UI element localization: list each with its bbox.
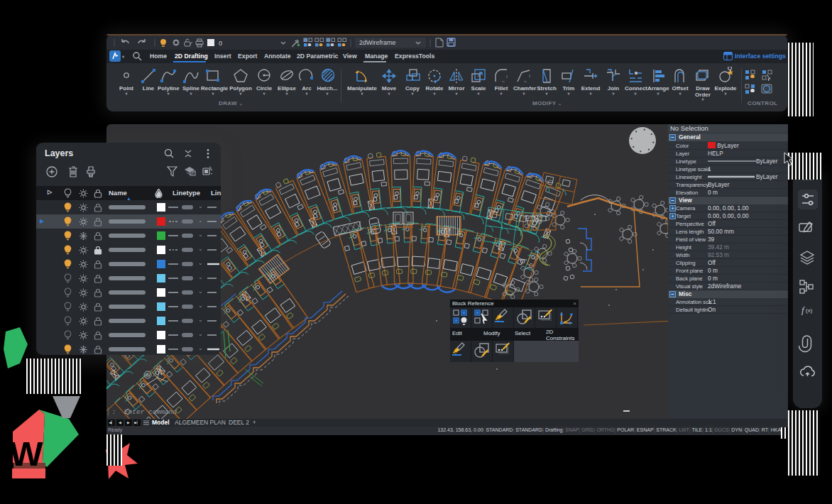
svg-text:W: W (10, 435, 44, 473)
svg-text:2dWireframe: 2dWireframe (359, 39, 396, 46)
svg-text:(x): (x) (806, 307, 813, 314)
svg-text:0: 0 (219, 40, 222, 47)
